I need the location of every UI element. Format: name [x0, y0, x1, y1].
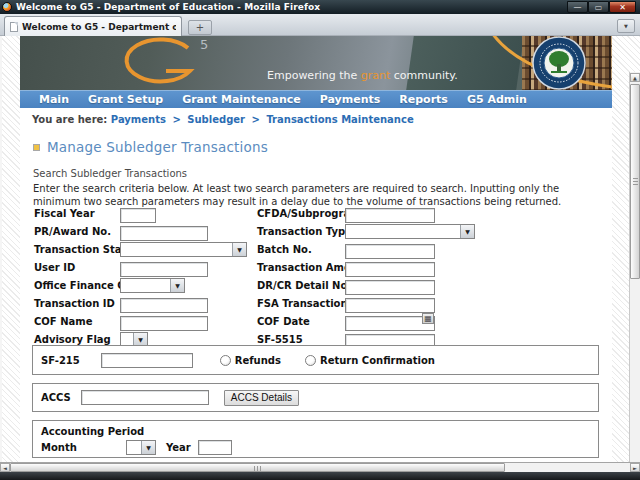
cof-date-label: COF Date: [257, 316, 345, 327]
transaction-amount-label: Transaction Amount: [257, 262, 345, 273]
breadcrumb-link-payments[interactable]: Payments: [111, 114, 166, 125]
breadcrumb-separator: >: [172, 114, 180, 125]
breadcrumb-link-transactions-maintenance[interactable]: Transactions Maintenance: [266, 114, 413, 125]
month-select[interactable]: ▼: [126, 440, 156, 455]
breadcrumb: You are here: Payments > Subledger > Tra…: [32, 114, 414, 125]
nav-payments[interactable]: Payments: [320, 93, 381, 106]
transaction-status-select[interactable]: ▼: [120, 242, 247, 257]
horizontal-scrollbar[interactable]: ◄ ►: [0, 462, 640, 472]
calendar-icon[interactable]: ▦: [422, 313, 434, 324]
office-finance-code-select[interactable]: ▼: [120, 278, 185, 293]
nav-main[interactable]: Main: [39, 93, 69, 106]
refunds-label: Refunds: [235, 355, 281, 366]
scrollbar-grip: [633, 178, 638, 186]
accs-section: ACCS ACCS Details: [32, 383, 599, 412]
year-label: Year: [166, 442, 191, 453]
tab-bar: Welcome to G5 - Department of Edu... + ▼: [0, 14, 640, 36]
cfda-subprogram-label: CFDA/Subprogram: [257, 208, 345, 219]
transaction-type-select[interactable]: ▼: [345, 224, 475, 239]
firefox-icon: [2, 2, 12, 12]
breadcrumb-prefix: You are here:: [32, 114, 107, 125]
breadcrumb-link-subledger[interactable]: Subledger: [187, 114, 245, 125]
new-tab-button[interactable]: +: [188, 20, 212, 35]
advisory-flag-label: Advisory Flag: [34, 334, 120, 345]
scrollbar-grip: [254, 466, 262, 471]
g5-logo-number: 5: [200, 37, 208, 52]
accounting-period-title: Accounting Period: [41, 426, 144, 437]
accs-label: ACCS: [41, 392, 71, 403]
fsa-transaction-id-label: FSA Transaction ID: [257, 298, 345, 309]
accounting-period-section: Accounting Period Month ▼ Year: [32, 420, 599, 458]
accs-details-button[interactable]: ACCS Details: [224, 390, 299, 406]
dropdown-arrow-icon[interactable]: ▼: [232, 243, 246, 256]
refunds-radio[interactable]: [220, 355, 231, 366]
tab-title: Welcome to G5 - Department of Edu...: [22, 22, 176, 32]
cfda-subprogram-input[interactable]: [345, 208, 435, 223]
page-title: Manage Subledger Transactions: [47, 139, 268, 155]
form-row: PR/Award No. Transaction Type ▼: [34, 222, 604, 240]
sf-5515-label: SF-5515: [257, 334, 345, 345]
window-title: Welcome to G5 - Department of Education …: [16, 2, 320, 12]
list-all-tabs-button[interactable]: ▼: [617, 19, 635, 33]
form-row: Transaction Status ▼ Batch No.: [34, 240, 604, 258]
minimize-button[interactable]: —: [567, 1, 588, 13]
close-button[interactable]: ✕: [609, 1, 636, 13]
page-viewport: 5 Empowering the grant community. Main G…: [0, 36, 640, 462]
user-id-input[interactable]: [120, 262, 208, 277]
transaction-amount-input[interactable]: [345, 262, 435, 277]
page-content: 5 Empowering the grant community. Main G…: [20, 36, 612, 462]
maximize-button[interactable]: ▭: [588, 1, 609, 13]
vertical-scrollbar-thumb[interactable]: [630, 84, 640, 279]
batch-no-label: Batch No.: [257, 244, 345, 255]
scroll-up-icon[interactable]: ▲: [630, 73, 640, 82]
vertical-scrollbar[interactable]: ▲ ▼: [629, 72, 640, 480]
scroll-left-icon[interactable]: ◄: [0, 463, 10, 472]
horizontal-scrollbar-thumb[interactable]: [10, 463, 505, 472]
cof-name-label: COF Name: [34, 316, 120, 327]
dr-cr-detail-no-input[interactable]: [345, 280, 435, 295]
dr-cr-detail-no-label: DR/CR Detail No.: [257, 280, 345, 291]
search-form: Fiscal Year CFDA/Subprogram PR/Award No.…: [34, 204, 604, 348]
banner-tagline: Empowering the grant community.: [267, 69, 458, 82]
cof-name-input[interactable]: [120, 316, 208, 331]
transaction-type-label: Transaction Type: [257, 226, 345, 237]
transaction-id-input[interactable]: [120, 298, 208, 313]
fiscal-year-input[interactable]: [120, 208, 156, 223]
form-row: COF Name COF Date ▦: [34, 312, 604, 330]
tab-welcome-g5[interactable]: Welcome to G5 - Department of Edu...: [4, 16, 182, 36]
main-nav: Main Grant Setup Grant Maintenance Payme…: [20, 90, 612, 108]
pr-award-no-input[interactable]: [120, 226, 208, 241]
taskbar-edge: [0, 472, 640, 480]
scroll-right-icon[interactable]: ►: [630, 463, 640, 472]
section-label: Search Subledger Transactions: [33, 168, 187, 179]
sf-215-input[interactable]: [101, 353, 193, 368]
nav-reports[interactable]: Reports: [399, 93, 448, 106]
month-label: Month: [41, 442, 126, 453]
batch-no-input[interactable]: [345, 244, 435, 259]
pr-award-no-label: PR/Award No.: [34, 226, 120, 237]
browser-window: Welcome to G5 - Department of Education …: [0, 0, 640, 480]
dropdown-arrow-icon[interactable]: ▼: [141, 441, 155, 454]
office-finance-code-label: Office Finance Code: [34, 280, 120, 291]
nav-grant-maintenance[interactable]: Grant Maintenance: [182, 93, 301, 106]
accs-input[interactable]: [81, 390, 209, 405]
nav-g5-admin[interactable]: G5 Admin: [467, 93, 527, 106]
transaction-status-label: Transaction Status: [34, 244, 120, 255]
bullet-icon: [33, 144, 40, 151]
form-row: Office Finance Code ▼ DR/CR Detail No.: [34, 276, 604, 294]
dropdown-arrow-icon[interactable]: ▼: [170, 279, 184, 292]
sf215-section: SF-215 Refunds Return Confirmation: [32, 345, 599, 375]
tagline-suffix: community.: [390, 69, 457, 82]
sf-215-label: SF-215: [41, 355, 80, 366]
window-titlebar: Welcome to G5 - Department of Education …: [0, 0, 640, 14]
return-confirmation-radio[interactable]: [305, 355, 316, 366]
form-row: Transaction ID FSA Transaction ID: [34, 294, 604, 312]
breadcrumb-separator: >: [252, 114, 260, 125]
nav-grant-setup[interactable]: Grant Setup: [88, 93, 163, 106]
dropdown-arrow-icon[interactable]: ▼: [460, 225, 474, 238]
fsa-transaction-id-input[interactable]: [345, 298, 435, 313]
tagline-highlight: grant: [361, 69, 391, 82]
fiscal-year-label: Fiscal Year: [34, 208, 120, 219]
year-input[interactable]: [198, 440, 232, 455]
g5-banner: 5 Empowering the grant community.: [20, 36, 612, 90]
